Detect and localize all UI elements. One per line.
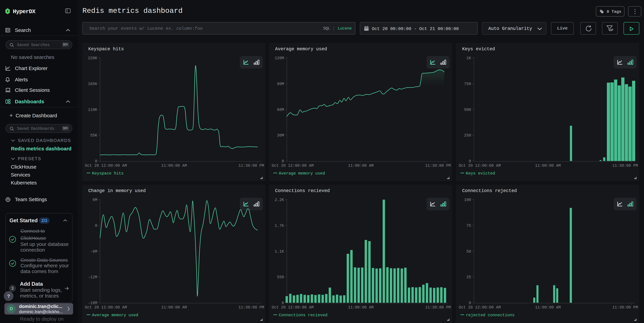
svg-text:0: 0 — [469, 301, 471, 305]
svg-text:Connections recieved: Connections recieved — [279, 313, 328, 318]
svg-text:11:30:00 PM: 11:30:00 PM — [612, 164, 638, 168]
svg-text:550: 550 — [277, 275, 284, 280]
svg-text:0: 0 — [95, 224, 97, 228]
svg-text:220K: 220K — [88, 56, 97, 60]
svg-text:11:00:00 AM: 11:00:00 AM — [161, 164, 187, 168]
svg-text:25: 25 — [466, 275, 471, 280]
svg-text:Oct 20 12:00:00 AM: Oct 20 12:00:00 AM — [459, 164, 501, 168]
svg-text:11:30:00 PM: 11:30:00 PM — [612, 305, 638, 310]
svg-text:0: 0 — [282, 159, 284, 164]
svg-text:11:00:00 AM: 11:00:00 AM — [535, 164, 561, 168]
svg-text:11:00:00 AM: 11:00:00 AM — [161, 305, 187, 310]
svg-text:120M: 120M — [275, 56, 284, 60]
svg-text:250: 250 — [464, 133, 471, 138]
svg-text:1.7K: 1.7K — [275, 224, 284, 228]
svg-text:11:00:00 AM: 11:00:00 AM — [535, 305, 561, 310]
svg-text:55K: 55K — [90, 133, 98, 138]
svg-text:Average memory used: Average memory used — [92, 313, 138, 318]
svg-text:rejected connections: rejected connections — [466, 313, 514, 318]
svg-text:11:30:00 PM: 11:30:00 PM — [238, 305, 264, 310]
svg-text:30M: 30M — [277, 133, 284, 138]
svg-text:Oct 20 12:00:00 AM: Oct 20 12:00:00 AM — [272, 164, 314, 168]
svg-text:11:00:00 AM: 11:00:00 AM — [348, 164, 374, 168]
svg-text:Oct 20 12:00:00 AM: Oct 20 12:00:00 AM — [272, 305, 314, 310]
svg-text:Average memory used: Average memory used — [279, 171, 325, 176]
svg-text:0: 0 — [95, 159, 97, 164]
svg-text:1K: 1K — [466, 56, 471, 60]
svg-text:-18M: -18M — [88, 301, 97, 305]
svg-text:11:30:00 PM: 11:30:00 PM — [425, 164, 451, 168]
svg-text:Oct 20 12:00:00 AM: Oct 20 12:00:00 AM — [459, 305, 501, 310]
svg-text:750: 750 — [464, 82, 471, 86]
svg-text:-6M: -6M — [90, 249, 97, 254]
svg-text:Keyspace hits: Keyspace hits — [92, 171, 124, 176]
svg-text:Keys evicted: Keys evicted — [466, 171, 495, 176]
svg-text:-12M: -12M — [88, 275, 97, 280]
svg-text:11:30:00 PM: 11:30:00 PM — [238, 164, 264, 168]
svg-text:60M: 60M — [277, 108, 284, 112]
svg-text:50: 50 — [466, 249, 471, 254]
svg-text:500: 500 — [464, 108, 471, 112]
svg-text:1.1K: 1.1K — [275, 249, 284, 254]
svg-text:100: 100 — [464, 198, 471, 202]
svg-text:Oct 20 12:00:00 AM: Oct 20 12:00:00 AM — [85, 305, 127, 310]
svg-text:6M: 6M — [92, 198, 97, 202]
svg-text:0: 0 — [469, 159, 471, 164]
svg-text:Oct 20 12:00:00 AM: Oct 20 12:00:00 AM — [85, 164, 127, 168]
svg-text:0: 0 — [282, 301, 284, 305]
svg-text:90M: 90M — [277, 82, 284, 86]
svg-text:75: 75 — [466, 224, 471, 228]
svg-text:165K: 165K — [88, 82, 97, 86]
svg-text:11:00:00 AM: 11:00:00 AM — [348, 305, 374, 310]
svg-text:11:30:00 PM: 11:30:00 PM — [425, 305, 451, 310]
svg-text:110K: 110K — [88, 108, 97, 112]
svg-text:2.2K: 2.2K — [275, 198, 284, 202]
